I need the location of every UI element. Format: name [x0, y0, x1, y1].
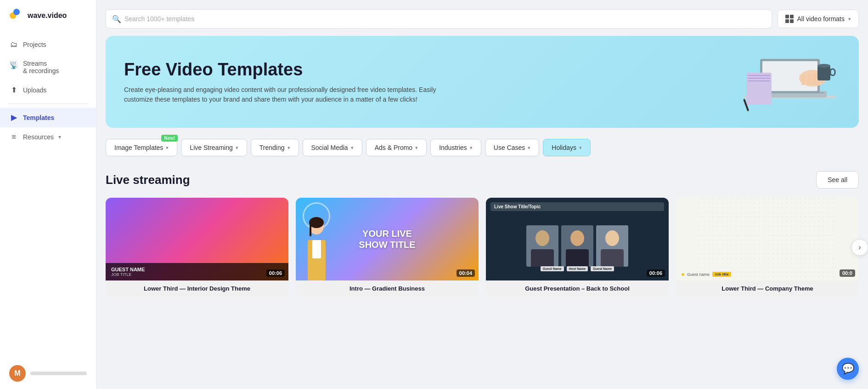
svg-point-26 — [535, 230, 549, 246]
tab-live-streaming[interactable]: Live Streaming ▾ — [181, 139, 247, 156]
card-1-lower-bar: GUEST NAME JOB TITLE — [106, 263, 288, 280]
tab-holidays[interactable]: Holidays ▾ — [543, 139, 591, 156]
folder-icon: 🗂 — [9, 40, 18, 49]
wave-logo-icon — [9, 8, 24, 23]
cards-row: GUEST NAME JOB TITLE 00:06 Lower Third —… — [106, 198, 859, 297]
template-card-4[interactable]: Guest name Job title 00:0 Lower Third — … — [676, 198, 859, 297]
sidebar-label-templates: Templates — [23, 114, 54, 121]
sidebar-label-projects: Projects — [23, 41, 46, 48]
ads-promo-chevron-icon: ▾ — [415, 145, 418, 151]
sidebar-item-templates[interactable]: ▶ Templates — [0, 108, 96, 127]
tab-image-templates[interactable]: Image Templates ▾ New! — [106, 139, 177, 156]
card-thumb-4: Guest name Job title 00:0 — [676, 198, 859, 280]
filter-tabs: Image Templates ▾ New! Live Streaming ▾ … — [106, 139, 859, 156]
company-dot-icon — [682, 273, 684, 276]
see-all-button[interactable]: See all — [816, 171, 859, 189]
section-title: Live streaming — [106, 173, 190, 187]
card-2-label: Intro — Gradient Business — [296, 280, 479, 297]
resources-chevron-icon: ▾ — [58, 134, 61, 140]
svg-point-1 — [13, 9, 20, 15]
search-icon: 🔍 — [112, 15, 121, 23]
card-2-title-text: YOUR LIVESHOW TITLE — [359, 228, 415, 250]
svg-rect-14 — [748, 78, 770, 79]
sidebar: wave.video 🗂 Projects 📡 Streams & record… — [0, 0, 96, 389]
sidebar-label-uploads: Uploads — [23, 86, 46, 94]
tab-live-streaming-label: Live Streaming — [190, 144, 232, 151]
template-card-3[interactable]: Live Show Title/Topic — [486, 198, 669, 297]
tab-social-media-label: Social Media — [311, 144, 348, 151]
card-4-job-badge: Job title — [712, 272, 731, 277]
hero-image — [739, 45, 840, 119]
card-1-guest-name: GUEST NAME — [111, 267, 283, 272]
guest-name-2-tag: Guest Name — [591, 266, 614, 271]
laptop-illustration — [739, 45, 840, 119]
avatar-bar — [30, 372, 87, 375]
host-name-tag: Host Name — [567, 266, 588, 271]
svg-point-29 — [570, 230, 584, 246]
card-thumb-1: GUEST NAME JOB TITLE 00:06 — [106, 198, 288, 280]
card-4-name-row: Guest name Job title — [682, 272, 853, 277]
card-3-guest-1 — [526, 225, 558, 267]
search-row: 🔍 All video formats ▾ — [106, 9, 859, 29]
tab-image-templates-label: Image Templates — [114, 144, 163, 151]
svg-rect-27 — [531, 249, 554, 267]
logo-text: wave.video — [28, 11, 67, 20]
search-container: 🔍 — [106, 9, 772, 29]
card-3-duration: 00:06 — [647, 269, 665, 277]
format-dropdown[interactable]: All video formats ▾ — [778, 10, 859, 28]
sidebar-label-streams: Streams & recordings — [23, 60, 59, 74]
holidays-chevron-icon: ▾ — [579, 145, 582, 151]
hero-text: Free Video Templates Create eye-pleasing… — [124, 60, 436, 104]
sidebar-nav: 🗂 Projects 📡 Streams & recordings ⬆ Uplo… — [0, 31, 96, 150]
sidebar-item-uploads[interactable]: ⬆ Uploads — [0, 80, 96, 100]
sidebar-divider — [7, 103, 89, 104]
card-2-duration: 00:04 — [457, 269, 475, 277]
tab-trending-label: Trending — [259, 144, 285, 151]
tab-ads-promo[interactable]: Ads & Promo ▾ — [366, 139, 427, 156]
tab-industries[interactable]: Industries ▾ — [430, 139, 481, 156]
svg-point-32 — [605, 230, 619, 246]
tab-use-cases[interactable]: Use Cases ▾ — [485, 139, 539, 156]
main-content: 🔍 All video formats ▾ Free Video Templat… — [96, 0, 868, 389]
tab-social-media[interactable]: Social Media ▾ — [303, 139, 362, 156]
sidebar-item-resources[interactable]: ≡ Resources ▾ — [0, 127, 96, 147]
tab-use-cases-label: Use Cases — [494, 144, 525, 151]
card-1-job-title: JOB TITLE — [111, 272, 283, 277]
svg-rect-9 — [807, 74, 811, 85]
section-header: Live streaming See all — [106, 171, 859, 189]
format-dropdown-label: All video formats — [797, 15, 845, 23]
sidebar-item-projects[interactable]: 🗂 Projects — [0, 35, 96, 54]
logo[interactable]: wave.video — [0, 0, 96, 31]
card-3-guest-photos — [526, 225, 628, 267]
social-media-chevron-icon: ▾ — [351, 145, 354, 151]
card-4-label: Lower Third — Company Theme — [676, 280, 859, 297]
search-input[interactable] — [106, 9, 772, 29]
template-card-2[interactable]: YOUR LIVESHOW TITLE 00:04 Intro — Gradie… — [296, 198, 479, 297]
svg-rect-15 — [748, 80, 770, 81]
grid-format-icon — [785, 15, 794, 23]
upload-icon: ⬆ — [9, 86, 18, 94]
person-silhouette — [299, 216, 334, 280]
use-cases-chevron-icon: ▾ — [528, 145, 530, 151]
sidebar-item-streams[interactable]: 📡 Streams & recordings — [0, 54, 96, 80]
svg-rect-33 — [601, 249, 624, 267]
tab-industries-label: Industries — [439, 144, 467, 151]
chat-bubble-button[interactable]: 💬 — [837, 358, 859, 380]
avatar[interactable]: M — [9, 365, 26, 382]
card-thumb-3: Live Show Title/Topic — [486, 198, 669, 280]
svg-rect-17 — [830, 69, 835, 75]
svg-rect-13 — [748, 75, 770, 76]
svg-rect-24 — [312, 240, 321, 258]
live-streaming-chevron-icon: ▾ — [236, 145, 238, 151]
svg-rect-30 — [566, 249, 589, 267]
tab-holidays-label: Holidays — [552, 144, 576, 151]
card-3-guest-2 — [596, 225, 628, 267]
hero-title: Free Video Templates — [124, 60, 436, 80]
new-badge: New! — [161, 135, 178, 142]
card-4-company-bar: Guest name Job title — [676, 268, 859, 280]
tab-trending[interactable]: Trending ▾ — [251, 139, 299, 156]
template-card-1[interactable]: GUEST NAME JOB TITLE 00:06 Lower Third —… — [106, 198, 288, 297]
carousel-next-button[interactable]: › — [851, 239, 868, 256]
templates-icon: ▶ — [9, 113, 18, 122]
card-4-guest-text: Guest name — [687, 272, 710, 277]
